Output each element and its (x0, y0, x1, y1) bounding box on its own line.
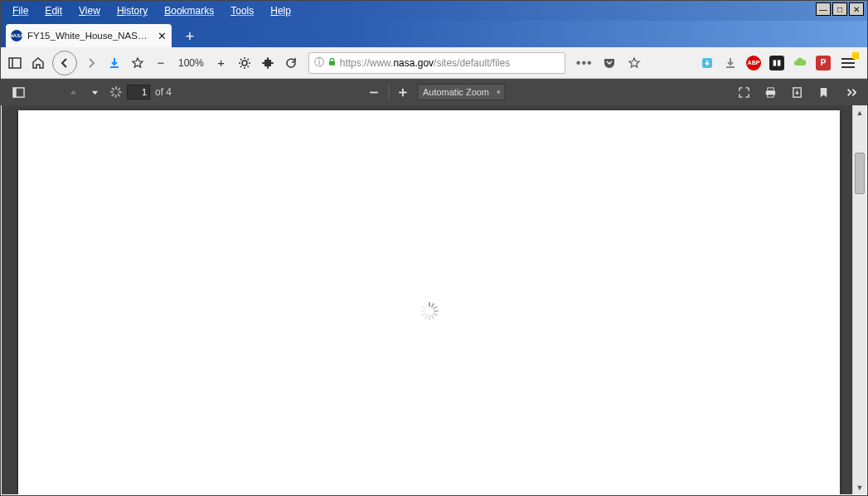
url-domain: nasa.gov (393, 57, 434, 69)
browser-tab[interactable]: NASA FY15_White_House_NASA_Fact_S ✕ (6, 24, 172, 47)
zoom-out-button[interactable]: − (152, 54, 170, 72)
svg-rect-3 (329, 61, 335, 65)
new-tab-button[interactable]: + (178, 26, 201, 47)
pdf-next-page[interactable] (84, 81, 105, 103)
addons-button[interactable] (259, 54, 277, 72)
extension-download2-icon[interactable] (723, 56, 738, 71)
menu-edit[interactable]: Edit (36, 3, 70, 18)
tab-title: FY15_White_House_NASA_Fact_S (27, 31, 151, 41)
svg-rect-7 (778, 60, 781, 66)
scroll-up-button[interactable]: ▲ (853, 105, 866, 119)
close-tab-button[interactable]: ✕ (158, 30, 167, 42)
pdf-zoom-select[interactable]: Automatic Zoom (417, 84, 505, 100)
url-suffix: /sites/default/files (434, 57, 510, 69)
pdf-loading-icon (105, 81, 127, 103)
pdf-toolbar: of 4 Automatic Zoom (1, 79, 867, 105)
downloads-button[interactable] (105, 54, 124, 72)
menu-file[interactable]: File (4, 3, 36, 18)
close-window-button[interactable]: ✕ (849, 2, 864, 16)
info-icon[interactable]: ⓘ (314, 56, 324, 70)
loading-spinner-icon (420, 302, 439, 320)
zoom-level-label: 100% (175, 57, 207, 69)
extension-reader-icon[interactable] (769, 56, 784, 71)
pdf-zoom-out[interactable] (363, 81, 385, 103)
pdf-bookmark-button[interactable] (812, 81, 834, 103)
pdf-zoom-in[interactable] (392, 81, 414, 103)
maximize-button[interactable]: □ (832, 2, 847, 16)
svg-point-2 (242, 61, 247, 66)
bookmark-star-button[interactable] (129, 54, 147, 72)
extension-p-icon[interactable]: P (816, 56, 831, 71)
pdf-page (18, 110, 840, 494)
pdf-sidebar-toggle[interactable] (7, 81, 29, 103)
menu-help[interactable]: Help (262, 3, 299, 18)
svg-rect-13 (767, 87, 773, 90)
pdf-page-input[interactable] (127, 85, 150, 100)
menu-bookmarks[interactable]: Bookmarks (156, 3, 222, 18)
minimize-button[interactable]: — (816, 2, 831, 16)
page-actions: ••• (575, 54, 643, 72)
developer-button[interactable] (235, 54, 254, 72)
pdf-viewport[interactable]: ▲ ▼ (2, 105, 866, 494)
extension-cloud-icon[interactable] (793, 56, 807, 71)
browser-toolbar: − 100% + ⓘ https://www.nasa.gov/sites/de… (1, 47, 867, 79)
window-controls: — □ ✕ (816, 2, 864, 16)
lock-icon (327, 57, 337, 69)
browser-menubar: File Edit View History Bookmarks Tools H… (1, 1, 867, 21)
pdf-download-button[interactable] (786, 81, 807, 103)
svg-rect-10 (370, 91, 377, 93)
svg-rect-9 (12, 87, 16, 96)
nasa-favicon-icon: NASA (11, 30, 22, 41)
extension-abp-icon[interactable]: ABP (746, 56, 761, 71)
scroll-track[interactable] (853, 119, 866, 480)
forward-button[interactable] (82, 54, 100, 72)
notification-badge-icon (852, 52, 859, 59)
app-menu-button[interactable] (839, 54, 857, 72)
scroll-thumb[interactable] (855, 153, 865, 194)
extension-icons: ABP P (700, 54, 862, 72)
svg-rect-0 (9, 58, 21, 68)
menu-tools[interactable]: Tools (222, 3, 262, 18)
menu-history[interactable]: History (109, 3, 156, 18)
bookmark-page-button[interactable] (625, 54, 643, 72)
home-button[interactable] (29, 54, 47, 72)
page-actions-button[interactable]: ••• (575, 54, 594, 72)
reload-button[interactable] (282, 54, 300, 72)
vertical-scrollbar[interactable]: ▲ ▼ (852, 105, 866, 494)
zoom-in-button[interactable]: + (212, 54, 230, 72)
url-bar[interactable]: ⓘ https://www.nasa.gov/sites/default/fil… (308, 52, 565, 74)
scroll-down-button[interactable]: ▼ (853, 480, 866, 494)
url-prefix: https://www. (340, 57, 394, 69)
pdf-page-total: of 4 (155, 86, 172, 98)
pdf-prev-page[interactable] (62, 81, 84, 103)
svg-rect-12 (402, 88, 404, 95)
pdf-print-button[interactable] (759, 81, 781, 103)
svg-rect-6 (773, 60, 777, 66)
tab-bar: NASA FY15_White_House_NASA_Fact_S ✕ + (1, 21, 867, 47)
back-button[interactable] (52, 51, 77, 75)
sidebar-toggle-button[interactable] (6, 54, 24, 72)
pocket-button[interactable] (600, 54, 618, 72)
menu-view[interactable]: View (70, 3, 109, 18)
extension-download-icon[interactable] (700, 56, 715, 71)
pdf-presentation-button[interactable] (733, 81, 754, 103)
pdf-tools-button[interactable] (839, 81, 861, 103)
